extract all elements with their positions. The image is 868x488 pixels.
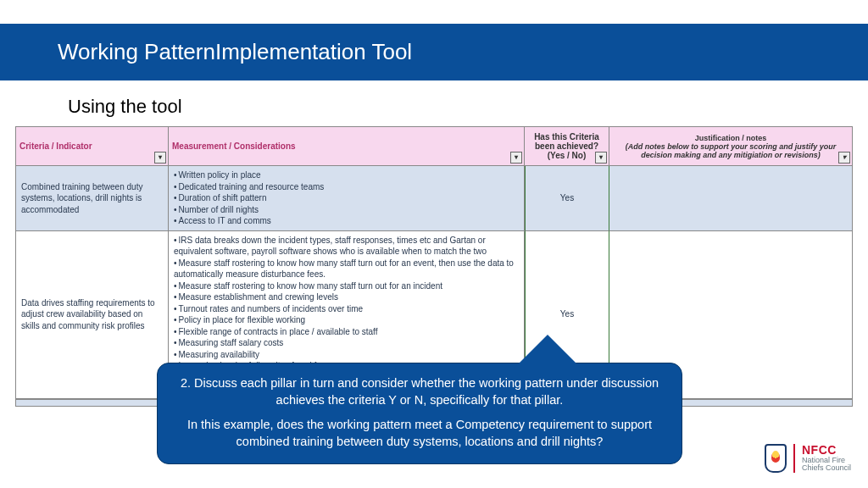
header-criteria: Criteria / Indicator ▾: [16, 127, 169, 166]
shield-flame-icon: [765, 444, 787, 473]
logo-divider: [793, 444, 795, 473]
measurement-item: Measure staff rostering to know how many…: [174, 280, 519, 292]
cell-criteria: Combined training between duty systems, …: [16, 166, 169, 231]
measurement-item: Policy in place for flexible working: [174, 314, 519, 326]
header-achieved-label: Has this Criteria been achieved? (Yes / …: [528, 132, 605, 160]
callout-paragraph-2: In this example, does the working patter…: [178, 417, 661, 450]
filter-dropdown-icon[interactable]: ▾: [595, 152, 607, 164]
measurement-item: Duration of shift pattern: [174, 192, 519, 204]
measurement-item: Turnout rates and numbers of incidents o…: [174, 303, 519, 315]
table-row: Combined training between duty systems, …: [16, 166, 852, 231]
cell-justification: [609, 166, 852, 231]
header-justification-label: Justification / notes: [695, 134, 767, 142]
header-measurement: Measurement / Considerations ▾: [169, 127, 525, 166]
filter-dropdown-icon[interactable]: ▾: [154, 152, 166, 164]
cell-measurement: Written policy in placeDedicated trainin…: [169, 166, 525, 231]
nfcc-logo: NFCC National Fire Chiefs Council: [765, 444, 851, 473]
measurement-item: Written policy in place: [174, 169, 519, 181]
page-title: Working PatternImplementation Tool: [58, 39, 412, 64]
measurement-item: Access to IT and comms: [174, 215, 519, 227]
title-bar: Working PatternImplementation Tool: [0, 24, 868, 80]
header-measurement-label: Measurement / Considerations: [172, 141, 296, 151]
filter-dropdown-icon[interactable]: ▾: [838, 152, 850, 164]
logo-text: NFCC National Fire Chiefs Council: [802, 444, 851, 473]
measurement-item: Measuring availability: [174, 349, 519, 361]
measurement-item: Measure establishment and crewing levels: [174, 291, 519, 303]
header-achieved: Has this Criteria been achieved? (Yes / …: [525, 127, 609, 166]
measurement-list-0: Written policy in placeDedicated trainin…: [174, 169, 519, 227]
instruction-callout: 2. Discuss each pillar in turn and consi…: [157, 363, 682, 464]
table-header-row: Criteria / Indicator ▾ Measurement / Con…: [16, 127, 852, 166]
measurement-item: Measuring staff salary costs: [174, 337, 519, 349]
measurement-item: Measure staff rostering to know how many…: [174, 258, 519, 280]
logo-line-2b: Chiefs Council: [802, 464, 851, 472]
callout-paragraph-1: 2. Discuss each pillar in turn and consi…: [178, 375, 661, 408]
measurement-item: Dedicated training and resource teams: [174, 181, 519, 193]
filter-dropdown-icon[interactable]: ▾: [510, 152, 522, 164]
measurement-item: Number of drill nights: [174, 204, 519, 216]
measurement-item: Flexible range of contracts in place / a…: [174, 326, 519, 338]
header-justification: Justification / notes (Add notes below t…: [609, 127, 852, 166]
header-criteria-label: Criteria / Indicator: [19, 141, 92, 151]
measurement-item: IRS data breaks down the incident types,…: [174, 235, 519, 258]
header-justification-sublabel: (Add notes below to support your scoring…: [613, 142, 849, 159]
section-subtitle: Using the tool: [68, 96, 868, 118]
cell-criteria: Data drives staffing requirements to adj…: [16, 231, 169, 399]
cell-achieved: Yes: [525, 166, 609, 231]
logo-acronym: NFCC: [802, 444, 851, 457]
